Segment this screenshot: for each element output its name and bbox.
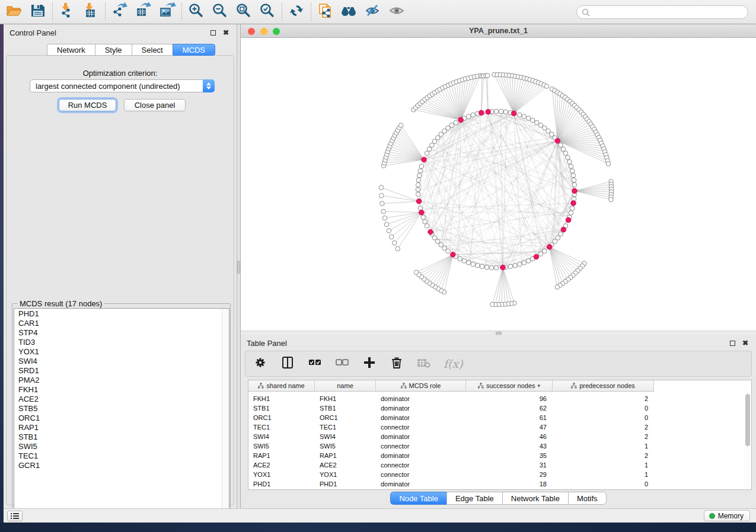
table-cell: STB1 (320, 403, 336, 413)
table-scrollbar[interactable] (744, 392, 751, 489)
tab-node-table[interactable]: Node Table (390, 492, 446, 505)
float-panel-icon[interactable] (728, 338, 737, 348)
export-image-button[interactable] (155, 2, 179, 22)
mcds-result-item[interactable]: SRD1 (14, 366, 229, 375)
table-row[interactable]: PHD1PHD1dominator180 (248, 479, 751, 489)
table-row[interactable]: SWI5SWI5connector431 (248, 441, 751, 451)
table-cell: SWI4 (253, 432, 269, 441)
divider-grip[interactable] (237, 261, 240, 274)
tab-motifs[interactable]: Motifs (568, 492, 607, 505)
table-cell: 31 (466, 460, 547, 470)
table-cell: 62 (466, 403, 547, 413)
scrollbar-thumb[interactable] (745, 394, 750, 446)
import-network-icon (58, 2, 76, 21)
tab-network[interactable]: Network (47, 44, 95, 56)
mcds-result-item[interactable]: PMA2 (14, 375, 229, 384)
import-network-button[interactable] (55, 2, 79, 22)
column-header-predecessor-nodes[interactable]: predecessor nodes (553, 380, 654, 392)
mcds-result-title: MCDS result (17 nodes) (17, 299, 104, 308)
hide-selected-button[interactable] (361, 2, 385, 22)
function-builder-button: f(x) (444, 357, 463, 370)
close-panel-button[interactable]: Close panel (124, 99, 186, 111)
network-window-titlebar[interactable]: YPA_prune.txt_1 (241, 24, 756, 38)
show-all-button[interactable] (385, 2, 409, 22)
tab-style[interactable]: Style (95, 44, 132, 56)
mcds-result-item[interactable]: GCR1 (14, 460, 229, 470)
zoom-in-icon (187, 2, 205, 21)
node-table[interactable]: shared namenameMCDS rolesuccessor nodes▾… (248, 380, 752, 490)
run-mcds-button[interactable]: Run MCDS (59, 99, 116, 111)
deselect-all-button[interactable] (334, 355, 350, 373)
zoom-fit-button[interactable] (232, 2, 256, 22)
import-table-button[interactable] (79, 2, 103, 22)
refresh-layout-button[interactable] (285, 2, 308, 22)
search-neighbors-button[interactable] (337, 2, 361, 22)
table-row[interactable]: TEC1TEC1connector472 (248, 422, 751, 432)
mcds-result-item[interactable]: STB1 (14, 432, 229, 441)
tab-mcds[interactable]: MCDS (173, 44, 215, 56)
delete-columns-button[interactable] (389, 355, 404, 373)
table-options-button[interactable] (253, 355, 268, 373)
table-row[interactable]: STB1STB1dominator620 (248, 403, 751, 413)
zoom-out-button[interactable] (208, 2, 232, 22)
network-canvas[interactable] (241, 38, 756, 331)
table-cell: RAP1 (320, 451, 337, 460)
mcds-result-item[interactable]: ACE2 (14, 394, 229, 403)
float-panel-icon[interactable] (208, 28, 218, 37)
table-row[interactable]: ACE2ACE2connector311 (248, 460, 751, 470)
open-session-button[interactable] (2, 2, 26, 22)
column-header-successor-nodes[interactable]: successor nodes▾ (466, 380, 553, 392)
create-column-button[interactable] (362, 355, 377, 373)
mcds-result-item[interactable]: TEC1 (14, 451, 229, 460)
network-graph[interactable] (241, 38, 756, 331)
tab-network-table[interactable]: Network Table (502, 492, 568, 505)
mcds-result-item[interactable]: RAP1 (14, 422, 229, 432)
zoom-in-button[interactable] (184, 2, 208, 22)
criterion-dropdown[interactable]: largest connected component (undirected) (30, 79, 215, 92)
mcds-result-item[interactable]: STP4 (14, 328, 229, 337)
dominator-node (451, 252, 456, 258)
duplicate-network-button[interactable] (314, 2, 337, 22)
column-header-name[interactable]: name (315, 380, 376, 392)
memory-label: Memory (718, 512, 744, 520)
tab-edge-table[interactable]: Edge Table (446, 492, 502, 505)
close-panel-icon[interactable]: ✖ (221, 28, 231, 37)
mcds-list-scrollbar[interactable] (222, 309, 229, 519)
table-row[interactable]: RAP1RAP1dominator352 (248, 451, 751, 460)
table-row[interactable]: ORC1ORC1dominator610 (248, 413, 751, 422)
mcds-result-list[interactable]: PHD1CAR1STP4TID3YOX1SWI4SRD1PMA2FKH1ACE2… (14, 308, 229, 520)
tab-select[interactable]: Select (132, 44, 173, 56)
table-row[interactable]: SWI4SWI4dominator462 (248, 432, 751, 441)
column-header-shared-name[interactable]: shared name (248, 380, 315, 392)
mcds-result-item[interactable]: CAR1 (14, 318, 229, 328)
mcds-result-item[interactable]: ORC1 (14, 413, 229, 422)
memory-button[interactable]: Memory (704, 510, 750, 521)
table-row[interactable]: FKH1FKH1dominator962 (248, 394, 751, 403)
panel-divider-horizontal[interactable] (241, 331, 756, 335)
mcds-result-item[interactable]: TID3 (14, 337, 229, 347)
save-session-button[interactable] (26, 2, 50, 22)
close-panel-icon[interactable]: ✖ (741, 338, 750, 348)
export-network-button[interactable] (108, 2, 132, 22)
zoom-selected-button[interactable] (256, 2, 279, 22)
task-history-button[interactable] (7, 511, 23, 521)
dropdown-stepper-icon (203, 79, 215, 92)
dominator-node (571, 201, 576, 206)
mcds-result-group: MCDS result (17 nodes) PHD1CAR1STP4TID3Y… (12, 303, 231, 521)
table-cell: 1 (553, 470, 648, 479)
table-cell: STB1 (253, 403, 270, 413)
search-input[interactable] (590, 7, 748, 18)
show-hide-columns-button[interactable] (280, 355, 295, 373)
mcds-result-item[interactable]: YOX1 (14, 347, 229, 356)
table-cell: 18 (466, 479, 547, 489)
column-header-MCDS-role[interactable]: MCDS role (376, 380, 466, 392)
select-all-button[interactable] (307, 355, 323, 373)
mcds-result-item[interactable]: SWI5 (14, 441, 229, 451)
mcds-result-item[interactable]: FKH1 (14, 384, 229, 394)
mcds-result-item[interactable]: PHD1 (14, 309, 229, 318)
table-row[interactable]: YOX1YOX1connector291 (248, 470, 751, 479)
search-box[interactable] (576, 5, 748, 19)
mcds-result-item[interactable]: STB5 (14, 403, 229, 413)
export-table-button[interactable] (132, 2, 155, 22)
mcds-result-item[interactable]: SWI4 (14, 356, 229, 366)
